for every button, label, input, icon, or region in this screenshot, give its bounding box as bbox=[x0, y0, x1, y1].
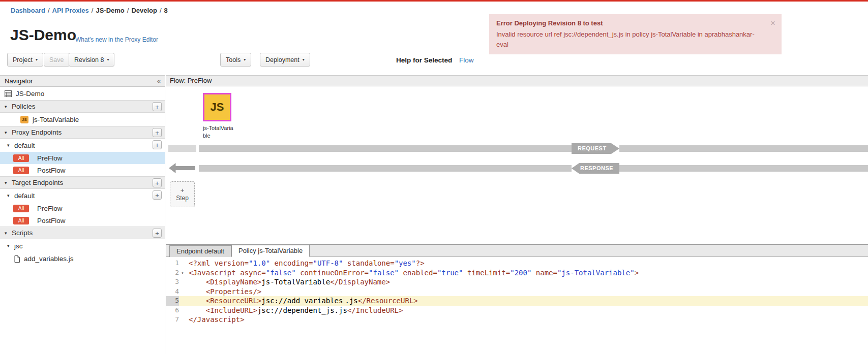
section-collapse-icon: ▾ bbox=[5, 180, 12, 185]
code-line-text: <ResourceURL>jsc://add_variables.js</Res… bbox=[189, 296, 418, 306]
request-flow-segment bbox=[168, 145, 196, 152]
code-editor[interactable]: 1<?xml version="1.0" encoding="UTF-8" st… bbox=[166, 257, 868, 354]
sidebar-item-add-variables-js[interactable]: add_variables.js bbox=[0, 252, 165, 265]
sidebar-item-target-default[interactable]: ▾ default + bbox=[0, 189, 165, 202]
flow-help-link[interactable]: Flow bbox=[459, 56, 474, 64]
sidebar-item-proxy-preflow[interactable]: All PreFlow bbox=[0, 152, 165, 164]
section-proxy-endpoints[interactable]: ▾ Proxy Endpoints + bbox=[0, 126, 165, 139]
breadcrumb-dashboard[interactable]: Dashboard bbox=[11, 7, 45, 14]
line-number: 5 bbox=[166, 296, 179, 306]
tools-button[interactable]: Tools ▾ bbox=[220, 53, 251, 67]
breadcrumb-separator: / bbox=[45, 7, 52, 14]
breadcrumb-proxy-name: JS-Demo bbox=[96, 7, 124, 14]
code-segment: standalone= bbox=[343, 259, 394, 267]
code-line[interactable]: 2▾<Javascript async="false" continueOnEr… bbox=[166, 268, 868, 278]
project-button[interactable]: Project ▾ bbox=[7, 53, 43, 67]
proxy-root-label: JS-Demo bbox=[16, 90, 44, 98]
sidebar-item-proxy-default[interactable]: ▾ default + bbox=[0, 139, 165, 152]
breadcrumb-api-proxies[interactable]: API Proxies bbox=[52, 7, 89, 14]
flow-label: PostFlow bbox=[37, 217, 66, 224]
section-scripts-label: Scripts bbox=[12, 229, 33, 237]
code-segment: <IncludeURL> bbox=[206, 306, 257, 314]
code-line[interactable]: 4 <Properties/> bbox=[166, 287, 868, 297]
response-flow-bar bbox=[619, 165, 868, 172]
code-line[interactable]: 1<?xml version="1.0" encoding="UTF-8" st… bbox=[166, 259, 868, 268]
add-target-flow-button[interactable]: + bbox=[153, 190, 162, 200]
revision-button[interactable]: Revision 8 ▾ bbox=[69, 53, 114, 67]
code-line-text: <Properties/> bbox=[189, 287, 261, 297]
flow-label: PreFlow bbox=[37, 205, 63, 212]
all-badge: All bbox=[13, 217, 29, 224]
code-line[interactable]: 7</Javascript> bbox=[166, 315, 868, 325]
all-badge: All bbox=[13, 167, 29, 174]
sidebar-item-policy-js-totalvariable[interactable]: JS js-TotalVariable bbox=[0, 113, 165, 126]
caret-down-icon: ▾ bbox=[36, 57, 38, 62]
collapse-sidebar-icon[interactable]: « bbox=[157, 76, 160, 86]
scripts-folder-label: jsc bbox=[14, 242, 23, 250]
flow-label: PreFlow bbox=[37, 154, 63, 162]
add-script-button[interactable]: + bbox=[153, 229, 162, 238]
flow-header: Flow: PreFlow bbox=[166, 76, 868, 86]
code-line-text: <DisplayName>js-TotalVariable</DisplayNa… bbox=[189, 277, 390, 287]
fold-spacer bbox=[179, 306, 186, 315]
code-segment: jsc://dependent_js.js bbox=[257, 306, 347, 314]
code-segment: </Javascript> bbox=[189, 315, 245, 324]
breadcrumb-separator: / bbox=[125, 7, 132, 14]
line-number: 4 bbox=[166, 287, 179, 297]
sidebar-item-target-preflow[interactable]: All PreFlow bbox=[0, 202, 165, 214]
project-button-label: Project bbox=[13, 56, 33, 63]
code-segment: jsc://add_variables bbox=[261, 297, 343, 305]
line-number: 1 bbox=[166, 259, 179, 268]
caret-down-icon: ▾ bbox=[244, 57, 246, 62]
add-proxy-flow-button[interactable]: + bbox=[153, 140, 162, 149]
js-policy-icon: JS bbox=[20, 116, 28, 123]
code-segment: enabled= bbox=[399, 269, 437, 277]
line-number: 6 bbox=[166, 306, 179, 315]
section-scripts[interactable]: ▾ Scripts + bbox=[0, 227, 165, 239]
add-proxy-endpoint-button[interactable]: + bbox=[153, 128, 162, 137]
add-step-button[interactable]: + Step bbox=[170, 181, 195, 207]
policy-node-js-totalvariable[interactable]: JS js-TotalVariable bbox=[203, 93, 233, 140]
tab-policy-js-totalvariable[interactable]: Policy js-TotalVariable bbox=[231, 245, 310, 257]
fold-spacer bbox=[179, 315, 186, 325]
close-icon[interactable]: × bbox=[770, 18, 775, 28]
sidebar-item-jsc-folder[interactable]: ▾ jsc bbox=[0, 239, 165, 252]
code-segment: <Javascript async= bbox=[189, 269, 266, 277]
error-message: Invalid resource url ref jsc://dependent… bbox=[496, 29, 758, 49]
code-line[interactable]: 6 <IncludeURL>jsc://dependent_js.js</Inc… bbox=[166, 306, 868, 315]
section-target-endpoints-label: Target Endpoints bbox=[12, 179, 63, 186]
section-policies[interactable]: ▾ Policies + bbox=[0, 100, 165, 113]
breadcrumb-develop: Develop bbox=[131, 7, 157, 14]
tools-button-label: Tools bbox=[226, 56, 241, 63]
sidebar-item-proxy-root[interactable]: JS-Demo bbox=[0, 87, 165, 100]
code-line[interactable]: 3 <DisplayName>js-TotalVariable</Display… bbox=[166, 277, 868, 287]
code-segment bbox=[189, 278, 206, 286]
tab-endpoint-default[interactable]: Endpoint default bbox=[169, 245, 231, 257]
response-banner: RESPONSE bbox=[572, 163, 619, 174]
file-icon bbox=[14, 255, 20, 263]
code-segment: <ResourceURL> bbox=[206, 297, 262, 305]
breadcrumb-separator: / bbox=[157, 7, 164, 14]
code-segment: <DisplayName> bbox=[206, 278, 262, 286]
save-button[interactable]: Save bbox=[44, 53, 70, 67]
flow-canvas[interactable]: JS js-TotalVariable REQUEST RESPONSE + S… bbox=[166, 86, 868, 244]
line-number: 7 bbox=[166, 315, 179, 325]
add-policy-button[interactable]: + bbox=[153, 102, 162, 111]
whats-new-link[interactable]: What's new in the Proxy Editor bbox=[75, 36, 158, 43]
section-policies-label: Policies bbox=[12, 103, 36, 110]
save-button-label: Save bbox=[49, 56, 64, 63]
section-target-endpoints[interactable]: ▾ Target Endpoints + bbox=[0, 176, 165, 189]
deployment-button-label: Deployment bbox=[265, 56, 300, 63]
code-segment: </IncludeURL> bbox=[347, 306, 403, 314]
code-line[interactable]: 5 <ResourceURL>jsc://add_variables.js</R… bbox=[166, 296, 868, 306]
deployment-button[interactable]: Deployment ▾ bbox=[260, 53, 310, 67]
page-title: JS-Demo bbox=[10, 26, 76, 44]
sidebar-item-proxy-postflow[interactable]: All PostFlow bbox=[0, 164, 165, 176]
code-segment bbox=[189, 287, 206, 296]
flow-label: PostFlow bbox=[37, 167, 66, 174]
add-target-endpoint-button[interactable]: + bbox=[153, 178, 162, 187]
code-segment bbox=[189, 306, 206, 314]
target-group-label: default bbox=[14, 192, 35, 200]
fold-arrow-icon[interactable]: ▾ bbox=[179, 268, 186, 278]
sidebar-item-target-postflow[interactable]: All PostFlow bbox=[0, 214, 165, 227]
